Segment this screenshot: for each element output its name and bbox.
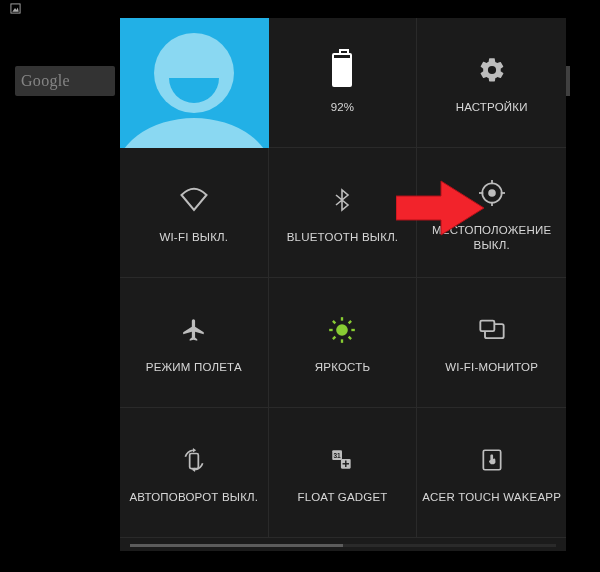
touch-wake-tile[interactable]: ACER TOUCH WAKEAPP [417,408,566,538]
autorotate-label: АВТОПОВОРОТ ВЫКЛ. [129,490,258,504]
settings-label: НАСТРОЙКИ [456,100,528,114]
svg-line-15 [333,337,335,339]
svg-rect-18 [480,321,494,332]
quick-settings-panel: 92% НАСТРОЙКИ WI-FI ВЫКЛ. [120,18,566,551]
battery-icon [332,50,352,90]
bluetooth-icon [330,180,354,220]
settings-tile[interactable]: НАСТРОЙКИ [417,18,566,148]
cast-icon [478,310,506,350]
avatar-icon [120,18,269,148]
brightness-label: ЯРКОСТЬ [315,360,370,374]
svg-text:31: 31 [334,452,342,459]
float-gadget-tile[interactable]: 31 FLOAT GADGET [269,408,418,538]
wifi-monitor-label: WI-FI-МОНИТОР [445,360,538,374]
airplane-tile[interactable]: РЕЖИМ ПОЛЕТА [120,278,269,408]
airplane-icon [181,310,207,350]
float-gadget-label: FLOAT GADGET [297,490,387,504]
gear-icon [478,50,506,90]
google-label: Google [21,72,70,90]
touch-hand-icon [479,440,505,480]
tiles-grid: 92% НАСТРОЙКИ WI-FI ВЫКЛ. [120,18,566,538]
autorotate-off-icon [181,440,207,480]
image-notification-icon [10,3,21,14]
location-label: МЕСТОПОЛОЖЕНИЕ ВЫКЛ. [421,223,562,252]
svg-line-13 [333,321,335,323]
svg-marker-20 [193,448,196,452]
brightness-icon [328,310,356,350]
airplane-label: РЕЖИМ ПОЛЕТА [146,360,242,374]
autorotate-tile[interactable]: АВТОПОВОРОТ ВЫКЛ. [120,408,269,538]
wifi-label: WI-FI ВЫКЛ. [159,230,228,244]
touch-wake-label: ACER TOUCH WAKEAPP [422,490,561,504]
svg-point-3 [488,189,496,197]
location-tile[interactable]: МЕСТОПОЛОЖЕНИЕ ВЫКЛ. [417,148,566,278]
float-gadget-icon: 31 [329,440,355,480]
bluetooth-tile[interactable]: BLUETOOTH ВЫКЛ. [269,148,418,278]
wifi-tile[interactable]: WI-FI ВЫКЛ. [120,148,269,278]
brightness-tile[interactable]: ЯРКОСТЬ [269,278,418,408]
google-search-box[interactable]: Google [15,66,115,96]
svg-line-16 [349,321,351,323]
scroll-indicator [130,544,556,547]
location-icon [479,173,505,213]
svg-line-14 [349,337,351,339]
bluetooth-label: BLUETOOTH ВЫКЛ. [287,230,399,244]
svg-marker-1 [12,8,18,12]
svg-rect-19 [189,454,198,469]
battery-tile[interactable]: 92% [269,18,418,148]
status-bar [0,0,600,18]
user-tile[interactable] [120,18,269,148]
wifi-monitor-tile[interactable]: WI-FI-МОНИТОР [417,278,566,408]
svg-point-8 [337,324,349,336]
battery-label: 92% [331,100,355,114]
wifi-off-icon [179,180,209,220]
